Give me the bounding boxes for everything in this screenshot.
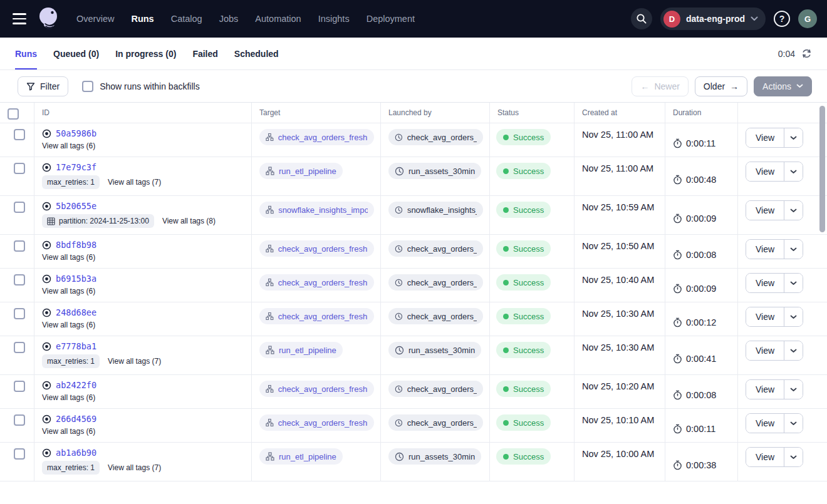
launched-by-pill[interactable]: check_avg_orders_f… [388, 129, 483, 145]
view-button[interactable]: View [746, 240, 784, 259]
run-id-link[interactable]: ab1a6b90 [56, 448, 96, 458]
target-pill[interactable]: snowflake_insights_import [259, 202, 374, 218]
vertical-scrollbar[interactable] [819, 106, 825, 232]
launched-by-pill[interactable]: check_avg_orders_f… [388, 274, 483, 291]
row-action-split-button: View [746, 128, 803, 148]
row-checkbox[interactable] [14, 448, 25, 460]
workspace-switcher[interactable]: D data-eng-prod [660, 8, 766, 30]
run-id-link[interactable]: b6915b3a [56, 274, 96, 284]
help-icon[interactable]: ? [774, 11, 790, 27]
user-avatar[interactable]: G [798, 9, 817, 28]
row-checkbox[interactable] [14, 129, 25, 140]
menu-icon[interactable] [11, 11, 28, 27]
launched-by-pill[interactable]: run_assets_30min [388, 342, 481, 358]
row-checkbox[interactable] [14, 240, 25, 252]
view-all-tags-link[interactable]: View all tags (6) [42, 427, 95, 436]
run-id-link[interactable]: 50a5986b [56, 128, 96, 138]
row-checkbox[interactable] [14, 163, 25, 174]
view-all-tags-link[interactable]: View all tags (6) [42, 393, 95, 402]
backfills-checkbox[interactable] [82, 81, 93, 92]
view-dropdown-button[interactable] [784, 128, 803, 147]
run-id-link[interactable]: 248d68ee [56, 307, 96, 317]
row-action-split-button: View [746, 200, 803, 220]
older-button[interactable]: Older → [695, 76, 747, 96]
dagster-logo-icon[interactable] [36, 6, 61, 32]
launched-by-pill[interactable]: check_avg_orders_f… [388, 240, 483, 257]
tab-failed[interactable]: Failed [192, 38, 217, 69]
row-checkbox[interactable] [14, 308, 25, 319]
view-all-tags-link[interactable]: View all tags (6) [42, 287, 95, 296]
view-dropdown-button[interactable] [784, 162, 803, 181]
view-all-tags-link[interactable]: View all tags (7) [108, 463, 161, 472]
view-dropdown-button[interactable] [784, 380, 803, 399]
row-checkbox[interactable] [14, 342, 25, 353]
nav-item-catalog[interactable]: Catalog [171, 14, 202, 24]
run-id-link[interactable]: 266d4569 [56, 414, 96, 424]
target-pill[interactable]: run_etl_pipeline [259, 342, 343, 358]
select-all-checkbox[interactable] [8, 108, 19, 120]
view-dropdown-button[interactable] [784, 448, 803, 466]
run-id-link[interactable]: e7778ba1 [56, 341, 96, 351]
nav-item-runs[interactable]: Runs [131, 14, 153, 24]
target-pill[interactable]: check_avg_orders_freshne [259, 414, 374, 431]
view-button[interactable]: View [746, 128, 784, 147]
nav-item-jobs[interactable]: Jobs [219, 14, 239, 24]
launched-by-pill[interactable]: check_avg_orders_f… [388, 381, 483, 397]
run-id-link[interactable]: 17e79c3f [56, 162, 96, 172]
nav-item-deployment[interactable]: Deployment [367, 14, 415, 24]
nav-item-overview[interactable]: Overview [76, 14, 114, 24]
view-dropdown-button[interactable] [784, 414, 803, 433]
newer-button[interactable]: ← Newer [632, 76, 688, 96]
target-pill[interactable]: check_avg_orders_freshne [259, 129, 374, 145]
launched-by-pill[interactable]: check_avg_orders_f… [388, 308, 483, 324]
row-checkbox[interactable] [14, 414, 25, 426]
target-pill[interactable]: run_etl_pipeline [259, 448, 343, 465]
row-checkbox[interactable] [14, 381, 25, 392]
search-icon[interactable] [631, 8, 652, 29]
view-button[interactable]: View [746, 341, 784, 360]
view-all-tags-link[interactable]: View all tags (7) [108, 178, 161, 187]
view-button[interactable]: View [746, 448, 784, 466]
view-all-tags-link[interactable]: View all tags (7) [108, 357, 161, 366]
view-dropdown-button[interactable] [784, 341, 803, 360]
view-button[interactable]: View [746, 162, 784, 181]
target-pill[interactable]: check_avg_orders_freshne [259, 274, 374, 291]
refresh-icon[interactable] [801, 48, 812, 59]
view-all-tags-link[interactable]: View all tags (6) [42, 141, 95, 150]
nav-item-automation[interactable]: Automation [255, 14, 301, 24]
tab-in-progress[interactable]: In progress (0) [115, 38, 176, 69]
target-pill[interactable]: check_avg_orders_freshne [259, 381, 374, 397]
row-tags: View all tags (6) [42, 393, 244, 402]
launched-by-pill[interactable]: snowflake_insights_… [388, 202, 483, 218]
row-checkbox[interactable] [14, 274, 25, 285]
filter-button[interactable]: Filter [18, 76, 68, 96]
view-button[interactable]: View [746, 414, 784, 433]
tab-scheduled[interactable]: Scheduled [234, 38, 279, 69]
view-all-tags-link[interactable]: View all tags (8) [162, 217, 216, 225]
tab-queued[interactable]: Queued (0) [53, 38, 99, 69]
nav-item-insights[interactable]: Insights [318, 14, 350, 24]
target-pill[interactable]: check_avg_orders_freshne [259, 240, 374, 257]
run-id-link[interactable]: 8bdf8b98 [56, 240, 96, 250]
run-tag-pill: max_retries: 1 [42, 175, 100, 189]
launched-by-pill[interactable]: run_assets_30min [388, 448, 481, 465]
view-button[interactable]: View [746, 380, 784, 399]
view-button[interactable]: View [746, 307, 784, 326]
target-pill[interactable]: check_avg_orders_freshne [259, 308, 374, 324]
row-checkbox[interactable] [14, 202, 25, 213]
view-dropdown-button[interactable] [784, 240, 803, 259]
view-button[interactable]: View [746, 274, 784, 292]
launched-by-pill[interactable]: run_assets_30min [388, 163, 481, 179]
view-button[interactable]: View [746, 201, 784, 220]
view-all-tags-link[interactable]: View all tags (6) [42, 321, 95, 329]
view-dropdown-button[interactable] [784, 274, 803, 292]
run-id-link[interactable]: 5b20655e [56, 201, 96, 211]
view-all-tags-link[interactable]: View all tags (6) [42, 253, 95, 262]
run-id-link[interactable]: ab2422f0 [56, 380, 96, 390]
target-pill[interactable]: run_etl_pipeline [259, 163, 343, 179]
actions-button[interactable]: Actions [754, 76, 812, 96]
view-dropdown-button[interactable] [784, 201, 803, 220]
view-dropdown-button[interactable] [784, 307, 803, 326]
tab-runs[interactable]: Runs [15, 38, 37, 69]
launched-by-pill[interactable]: check_avg_orders_f… [388, 414, 483, 431]
